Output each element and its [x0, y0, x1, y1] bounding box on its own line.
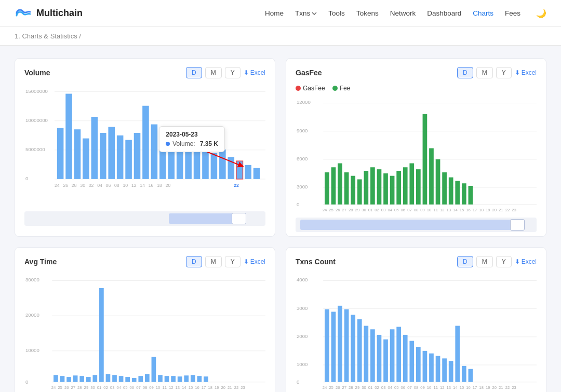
avgtime-ctrl-y[interactable]: Y: [225, 256, 241, 267]
svg-text:04: 04: [388, 385, 392, 390]
legend-fee: Fee: [332, 85, 351, 92]
download-icon: ⬇: [244, 69, 249, 76]
volume-ctrl-y[interactable]: Y: [225, 67, 241, 78]
nav-tools[interactable]: Tools: [328, 9, 345, 17]
svg-text:05: 05: [123, 385, 128, 390]
charts-grid: Volume D M Y ⬇ Excel 15000000 10000000 5…: [15, 58, 546, 392]
nav-tokens[interactable]: Tokens: [356, 9, 379, 17]
svg-text:28: 28: [349, 208, 353, 212]
svg-text:05: 05: [394, 208, 399, 212]
legend-gasfee-label: GasFee: [303, 85, 325, 92]
gasfee-excel-button[interactable]: ⬇ Excel: [515, 69, 537, 76]
svg-text:20: 20: [492, 385, 497, 390]
svg-text:07: 07: [136, 385, 141, 390]
svg-text:14: 14: [453, 208, 458, 212]
svg-rect-28: [228, 157, 235, 179]
svg-text:03: 03: [381, 208, 386, 212]
download-icon: ⬇: [244, 258, 249, 265]
svg-rect-79: [455, 181, 460, 204]
nav-dashboard[interactable]: Dashboard: [427, 9, 461, 17]
svg-text:05: 05: [394, 385, 399, 390]
svg-rect-17: [134, 133, 141, 179]
gasfee-ctrl-d[interactable]: D: [457, 67, 473, 78]
txnscount-chart-header: Txns Count D M Y ⬇ Excel: [296, 256, 537, 267]
svg-text:25: 25: [329, 208, 333, 212]
brand-logo[interactable]: Multichain: [15, 8, 83, 19]
txnscount-controls: D M Y ⬇ Excel: [457, 256, 537, 267]
avgtime-ctrl-d[interactable]: D: [186, 256, 202, 267]
nav-txns[interactable]: Txns: [295, 9, 317, 17]
gasfee-ctrl-y[interactable]: Y: [496, 67, 512, 78]
gasfee-slider[interactable]: [296, 218, 537, 232]
svg-text:14: 14: [182, 385, 186, 390]
svg-text:07: 07: [407, 385, 412, 390]
svg-text:06: 06: [106, 183, 111, 188]
svg-rect-77: [442, 172, 447, 205]
svg-text:16: 16: [466, 385, 471, 390]
svg-rect-189: [357, 319, 362, 382]
avgtime-ctrl-m[interactable]: M: [205, 256, 222, 267]
svg-rect-120: [54, 375, 58, 382]
svg-rect-185: [331, 312, 336, 382]
svg-text:3000: 3000: [297, 184, 308, 190]
svg-rect-135: [152, 357, 156, 382]
svg-text:12: 12: [131, 183, 137, 188]
svg-rect-187: [344, 309, 349, 382]
nav-network[interactable]: Network: [390, 9, 416, 17]
svg-text:09: 09: [420, 208, 425, 212]
volume-slider[interactable]: [24, 211, 265, 226]
volume-ctrl-d[interactable]: D: [186, 67, 202, 78]
svg-text:5000000: 5000000: [25, 146, 45, 152]
svg-text:23: 23: [241, 385, 245, 390]
dark-mode-button[interactable]: 🌙: [536, 8, 546, 18]
svg-text:15000000: 15000000: [25, 88, 48, 94]
svg-text:26: 26: [336, 385, 340, 390]
svg-rect-137: [165, 376, 169, 382]
svg-rect-62: [344, 172, 349, 205]
txnscount-ctrl-y[interactable]: Y: [496, 256, 512, 267]
svg-text:0: 0: [25, 175, 28, 181]
svg-text:13: 13: [176, 385, 180, 390]
svg-rect-66: [370, 167, 375, 205]
svg-rect-18: [142, 106, 149, 179]
nav-charts[interactable]: Charts: [473, 9, 493, 17]
svg-text:30: 30: [80, 183, 85, 188]
gasfee-legend: GasFee Fee: [296, 85, 537, 92]
svg-text:07: 07: [407, 208, 412, 212]
chevron-down-icon: [312, 12, 317, 15]
svg-rect-69: [390, 176, 395, 205]
svg-rect-10: [74, 129, 81, 179]
nav-home[interactable]: Home: [265, 9, 284, 17]
svg-text:01: 01: [368, 208, 373, 212]
svg-rect-29: [236, 161, 243, 179]
svg-text:04: 04: [97, 183, 102, 188]
svg-rect-67: [377, 169, 382, 205]
svg-text:28: 28: [349, 385, 353, 390]
svg-rect-128: [106, 374, 111, 382]
svg-text:13: 13: [447, 385, 451, 390]
volume-excel-button[interactable]: ⬇ Excel: [244, 69, 265, 76]
svg-rect-127: [99, 288, 104, 382]
svg-text:6000: 6000: [297, 156, 308, 161]
svg-rect-74: [423, 114, 428, 205]
svg-rect-78: [449, 178, 453, 205]
svg-text:23: 23: [512, 385, 516, 390]
gasfee-chart-area: 12000 9000 6000 3000 0: [296, 96, 537, 215]
svg-text:15: 15: [189, 385, 193, 390]
avgtime-excel-button[interactable]: ⬇ Excel: [244, 258, 265, 265]
txnscount-ctrl-m[interactable]: M: [476, 256, 493, 267]
svg-text:20: 20: [166, 183, 171, 188]
txnscount-ctrl-d[interactable]: D: [457, 256, 473, 267]
volume-ctrl-m[interactable]: M: [205, 67, 222, 78]
svg-text:25: 25: [58, 385, 62, 390]
svg-text:26: 26: [64, 385, 69, 390]
svg-rect-71: [403, 167, 408, 205]
svg-rect-27: [219, 150, 226, 179]
svg-rect-133: [138, 376, 143, 382]
txnscount-excel-button[interactable]: ⬇ Excel: [515, 258, 537, 265]
gasfee-ctrl-m[interactable]: M: [476, 67, 493, 78]
svg-rect-124: [79, 376, 84, 382]
svg-rect-198: [416, 347, 421, 382]
nav-fees[interactable]: Fees: [505, 9, 520, 17]
svg-text:25: 25: [329, 385, 333, 390]
